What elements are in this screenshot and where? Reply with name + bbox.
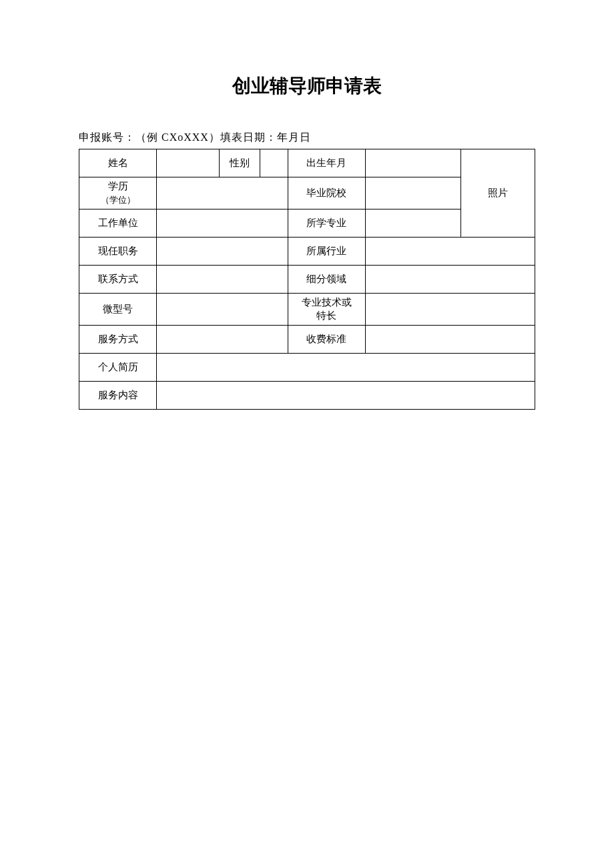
value-birth[interactable]	[365, 149, 461, 177]
label-gender: 性别	[219, 149, 260, 177]
value-contact[interactable]	[157, 266, 288, 294]
label-wechat: 微型号	[79, 294, 157, 326]
value-subfield[interactable]	[365, 266, 535, 294]
value-position[interactable]	[157, 238, 288, 266]
value-service-content[interactable]	[157, 382, 535, 410]
label-education: 学历 （学位）	[79, 177, 157, 209]
label-name: 姓名	[79, 149, 157, 177]
value-wechat[interactable]	[157, 294, 288, 326]
label-fee: 收费标准	[288, 326, 365, 354]
label-industry: 所属行业	[288, 238, 365, 266]
value-name[interactable]	[157, 149, 220, 177]
value-education[interactable]	[157, 177, 288, 209]
label-school: 毕业院校	[288, 177, 365, 209]
label-position: 现任职务	[79, 238, 157, 266]
label-service-content: 服务内容	[79, 382, 157, 410]
form-header-line: 申报账号：（例 CXoXXX）填表日期：年月日	[79, 131, 535, 145]
value-workplace[interactable]	[157, 209, 288, 238]
value-industry[interactable]	[365, 238, 535, 266]
label-contact: 联系方式	[79, 266, 157, 294]
page-container: 创业辅导师申请表 申报账号：（例 CXoXXX）填表日期：年月日 姓名 性别 出…	[0, 0, 614, 410]
date-value: 年月日	[277, 131, 311, 143]
value-fee[interactable]	[365, 326, 535, 354]
label-birth: 出生年月	[288, 149, 365, 177]
value-gender[interactable]	[260, 149, 288, 177]
value-specialty[interactable]	[365, 294, 535, 326]
application-form-table: 姓名 性别 出生年月 照片 学历 （学位） 毕业院校 工作单位 所学专业 现任职…	[79, 149, 535, 410]
value-service-mode[interactable]	[157, 326, 288, 354]
label-major: 所学专业	[288, 209, 365, 238]
label-service-mode: 服务方式	[79, 326, 157, 354]
label-specialty: 专业技术或 特长	[288, 294, 365, 326]
date-label: 填表日期：	[220, 131, 277, 143]
label-subfield: 细分领域	[288, 266, 365, 294]
specialty-line2: 特长	[316, 310, 336, 321]
value-major[interactable]	[365, 209, 461, 238]
value-school[interactable]	[365, 177, 461, 209]
page-title: 创业辅导师申请表	[79, 73, 535, 99]
education-text: 学历	[108, 181, 128, 191]
education-sub: （学位）	[101, 195, 135, 205]
account-label: 申报账号：	[79, 131, 135, 143]
value-resume[interactable]	[157, 354, 535, 382]
account-example: （例 CXoXXX）	[135, 131, 220, 143]
label-resume: 个人简历	[79, 354, 157, 382]
photo-cell[interactable]: 照片	[461, 149, 535, 238]
label-workplace: 工作单位	[79, 209, 157, 238]
specialty-line1: 专业技术或	[302, 297, 352, 308]
